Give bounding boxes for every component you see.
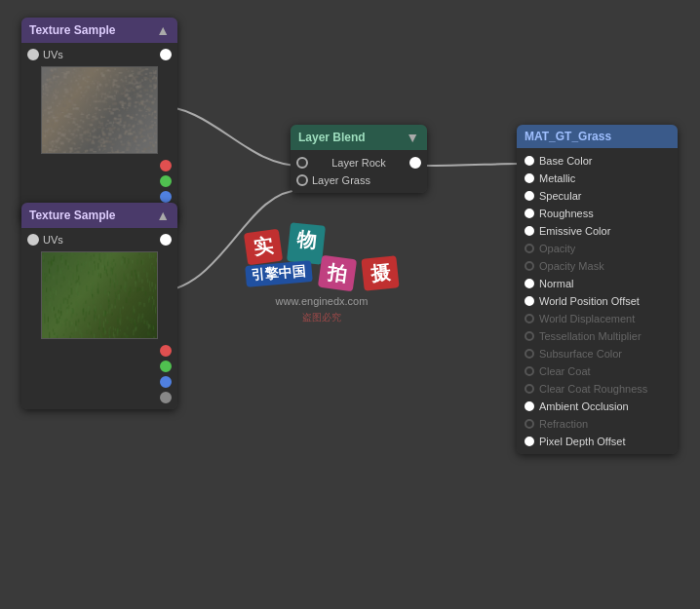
r-pin-row — [21, 158, 177, 173]
mat-pin-7 — [525, 279, 534, 288]
a2-pin-row — [21, 390, 177, 405]
mat-pin-row-11: Subsurface Color — [517, 345, 678, 362]
uv2-label: UVs — [43, 234, 63, 246]
mat-pin-8 — [525, 296, 534, 306]
texture-sample-2-node: Texture Sample ▲ UVs — [21, 203, 177, 409]
layer-grass-input-pin — [296, 174, 308, 186]
badge-group-2: 拍 摄 — [318, 255, 400, 291]
mat-pin-row-4: Emissive Color — [517, 222, 678, 240]
mat-pin-row-8: World Position Offset — [517, 292, 678, 310]
mat-label-14: Ambient Occlusion — [539, 400, 629, 412]
layer-blend-body: Layer Rock Layer Grass — [291, 150, 427, 193]
mat-label-2: Specular — [539, 190, 581, 202]
layer-rock-row: Layer Rock — [291, 154, 427, 171]
mat-pin-12 — [525, 366, 534, 376]
mat-pin-row-6: Opacity Mask — [517, 257, 678, 275]
mat-label-8: World Position Offset — [539, 295, 640, 307]
mat-pin-row-13: Clear Coat Roughness — [517, 380, 678, 398]
mat-label-5: Opacity — [539, 243, 575, 254]
mat-pin-row-2: Specular — [517, 187, 678, 205]
layer-rock-output-pin — [409, 157, 421, 169]
mat-node: MAT_GT_Grass Base ColorMetallicSpecularR… — [517, 125, 678, 454]
mat-pin-11 — [525, 349, 534, 359]
mat-pin-row-14: Ambient Occlusion — [517, 398, 678, 415]
uv-label: UVs — [43, 49, 63, 60]
badge-4: 拍 — [318, 255, 357, 292]
g2-pin-row — [21, 359, 177, 374]
watermark: 实 物 引擎中国 拍 摄 www.enginedx.com 盗图必究 — [244, 229, 400, 324]
badge-3: 引擎中国 — [245, 260, 313, 287]
mat-pin-10 — [525, 331, 534, 341]
texture-1-collapse-icon[interactable]: ▲ — [156, 22, 170, 38]
watermark-url: www.enginedx.com — [244, 295, 400, 307]
uv-pin-row: UVs — [21, 47, 177, 62]
uv2-input-pin — [27, 234, 39, 246]
mat-pin-4 — [525, 226, 534, 236]
mat-pin-row-10: Tessellation Multiplier — [517, 327, 678, 345]
badge-1: 实 — [244, 229, 283, 266]
layer-grass-label: Layer Grass — [312, 174, 370, 186]
layer-grass-row: Layer Grass — [291, 171, 427, 189]
mat-pin-1 — [525, 173, 534, 183]
texture-sample-2-body: UVs — [21, 228, 177, 409]
layer-blend-node: Layer Blend ▼ Layer Rock Layer Grass — [291, 125, 427, 193]
mat-pin-row-0: Base Color — [517, 152, 678, 170]
mat-label-12: Clear Coat — [539, 365, 591, 377]
texture-1-preview — [41, 66, 158, 154]
mat-label-10: Tessellation Multiplier — [539, 330, 642, 342]
r-pin — [160, 160, 172, 171]
mat-pin-row-9: World Displacement — [517, 310, 678, 327]
layer-rock-input-pin — [296, 157, 308, 169]
mat-pin-row-15: Refraction — [517, 415, 678, 433]
mat-pin-13 — [525, 384, 534, 394]
mat-label-6: Opacity Mask — [539, 260, 604, 272]
mat-pin-row-5: Opacity — [517, 240, 678, 257]
mat-pin-16 — [525, 437, 534, 446]
r2-pin-row — [21, 343, 177, 359]
badge-2: 物 — [287, 222, 326, 265]
a2-pin — [160, 392, 172, 403]
badge-5: 摄 — [361, 255, 399, 291]
mat-pin-row-12: Clear Coat — [517, 362, 678, 380]
b2-pin — [160, 376, 172, 388]
texture-2-preview — [41, 251, 158, 339]
mat-label-7: Normal — [539, 278, 573, 289]
texture-sample-1-body: UVs — [21, 43, 177, 224]
mat-label-1: Metallic — [539, 172, 575, 184]
b-pin — [160, 191, 172, 203]
mat-header: MAT_GT_Grass — [517, 125, 678, 148]
texture-2-collapse-icon[interactable]: ▲ — [156, 208, 170, 223]
r2-pin — [160, 345, 172, 357]
b2-pin-row — [21, 374, 177, 390]
g-pin-row — [21, 173, 177, 189]
mat-label-11: Subsurface Color — [539, 348, 622, 360]
mat-pin-15 — [525, 419, 534, 429]
watermark-bottom: 盗图必究 — [244, 311, 400, 324]
mat-label-16: Pixel Depth Offset — [539, 436, 625, 447]
texture-sample-1-node: Texture Sample ▲ UVs — [21, 18, 177, 224]
mat-pin-0 — [525, 156, 534, 166]
layer-blend-expand-icon[interactable]: ▼ — [406, 130, 419, 145]
uv-output-pin — [160, 49, 172, 60]
mat-pin-row-3: Roughness — [517, 205, 678, 222]
watermark-row2: 引擎中国 拍 摄 — [244, 255, 400, 291]
texture-1-title: Texture Sample — [29, 23, 115, 37]
texture-sample-2-header: Texture Sample ▲ — [21, 203, 177, 228]
mat-pin-row-7: Normal — [517, 275, 678, 292]
layer-rock-label: Layer Rock — [331, 157, 386, 169]
mat-pin-row-1: Metallic — [517, 170, 678, 187]
texture-sample-1-header: Texture Sample ▲ — [21, 18, 177, 43]
mat-pin-2 — [525, 191, 534, 201]
mat-label-15: Refraction — [539, 418, 588, 430]
mat-pin-row-16: Pixel Depth Offset — [517, 433, 678, 450]
uv2-pin-row: UVs — [21, 232, 177, 247]
mat-label-13: Clear Coat Roughness — [539, 383, 647, 395]
mat-pin-5 — [525, 244, 534, 253]
mat-body: Base ColorMetallicSpecularRoughnessEmiss… — [517, 148, 678, 454]
uv-input-pin — [27, 49, 39, 60]
watermark-badges: 实 物 — [244, 229, 400, 265]
mat-label-4: Emissive Color — [539, 225, 610, 237]
mat-pin-9 — [525, 314, 534, 324]
mat-pin-3 — [525, 209, 534, 218]
mat-pin-6 — [525, 261, 534, 271]
